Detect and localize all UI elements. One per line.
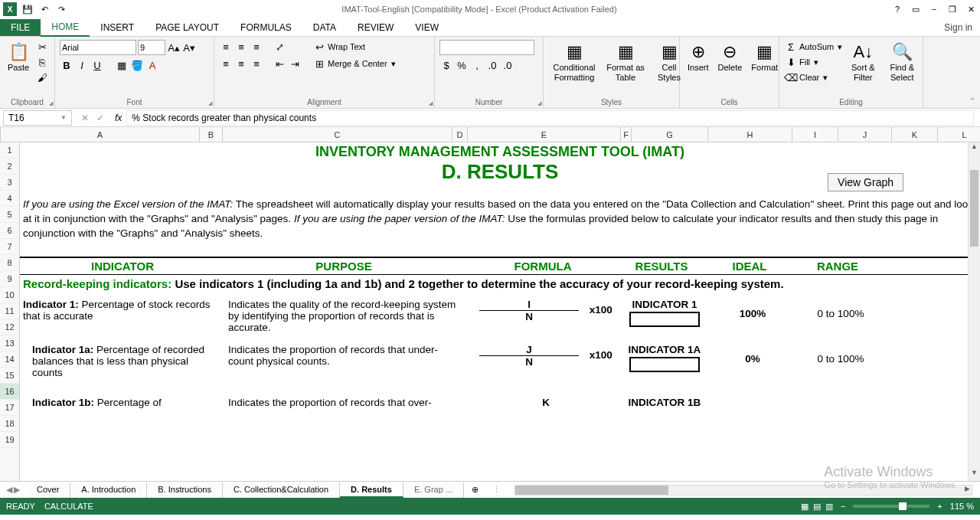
autosum-button[interactable]: ΣAutoSum ▾ <box>784 40 842 54</box>
align-top-icon[interactable]: ≡ <box>219 40 233 54</box>
row-header-13[interactable]: 13 <box>0 335 19 352</box>
font-name-select[interactable] <box>60 40 136 55</box>
border-button[interactable]: ▦ <box>115 58 129 72</box>
italic-button[interactable]: I <box>75 58 89 72</box>
percent-format-icon[interactable]: % <box>455 58 469 72</box>
row-header-5[interactable]: 5 <box>0 207 19 223</box>
normal-view-icon[interactable]: ▦ <box>801 502 808 512</box>
zoom-out-icon[interactable]: − <box>841 502 845 511</box>
col-header-H[interactable]: H <box>708 127 792 142</box>
col-header-I[interactable]: I <box>792 127 838 142</box>
row-header-9[interactable]: 9 <box>0 271 19 287</box>
bold-button[interactable]: B <box>60 58 74 72</box>
page-layout-view-icon[interactable]: ▤ <box>813 502 821 512</box>
tab-insert[interactable]: INSERT <box>90 19 145 36</box>
orientation-icon[interactable]: ⤢ <box>273 40 286 54</box>
row-header-3[interactable]: 3 <box>0 175 19 191</box>
row-header-19[interactable]: 19 <box>0 432 19 448</box>
redo-icon[interactable]: ↷ <box>55 3 67 15</box>
align-middle-icon[interactable]: ≡ <box>234 40 248 54</box>
view-graph-button[interactable]: View Graph <box>828 173 903 191</box>
row-header-4[interactable]: 4 <box>0 191 19 207</box>
align-right-icon[interactable]: ≡ <box>250 57 263 70</box>
col-header-D[interactable]: D <box>452 127 468 142</box>
row-header-17[interactable]: 17 <box>0 400 19 416</box>
accept-formula-icon[interactable]: ✓ <box>96 113 104 123</box>
cells-area[interactable]: INVENTORY MANAGEMENT ASSESSMENT TOOL (IM… <box>20 142 980 481</box>
increase-decimal-icon[interactable]: .0 <box>485 58 499 72</box>
paste-button[interactable]: 📋 Paste <box>5 40 32 74</box>
col-header-J[interactable]: J <box>838 127 892 142</box>
font-size-select[interactable] <box>138 40 165 55</box>
formula-bar[interactable]: % Stock records greater than physical co… <box>126 110 974 126</box>
fill-button[interactable]: ⬇Fill ▾ <box>784 55 842 69</box>
sheet-tab-2[interactable]: B. Instructions <box>147 482 223 498</box>
sort-filter-button[interactable]: A↓Sort & Filter <box>845 40 880 84</box>
align-bottom-icon[interactable]: ≡ <box>250 40 263 54</box>
name-box[interactable]: T16 ▼ <box>3 110 72 126</box>
row-header-2[interactable]: 2 <box>0 159 19 175</box>
fx-icon[interactable]: fx <box>110 113 126 123</box>
row-header-6[interactable]: 6 <box>0 223 19 239</box>
decrease-decimal-icon[interactable]: .0 <box>501 58 514 72</box>
sheet-tab-4[interactable]: D. Results <box>340 482 403 498</box>
cancel-formula-icon[interactable]: ✕ <box>81 113 89 123</box>
row-header-15[interactable]: 15 <box>0 368 19 384</box>
sign-in-link[interactable]: Sign in <box>944 22 980 33</box>
row-header-1[interactable]: 1 <box>0 142 19 159</box>
row-header-8[interactable]: 8 <box>0 255 19 271</box>
collapse-ribbon-icon[interactable]: ⌃ <box>969 96 975 105</box>
col-header-F[interactable]: F <box>621 127 632 142</box>
col-header-B[interactable]: B <box>200 127 223 142</box>
sheet-tab-0[interactable]: Cover <box>26 482 70 498</box>
format-button[interactable]: ▦Format <box>748 40 781 74</box>
close-icon[interactable]: ✕ <box>965 3 977 15</box>
help-icon[interactable]: ? <box>891 3 903 15</box>
cut-icon[interactable]: ✂ <box>35 40 49 54</box>
row-header-12[interactable]: 12 <box>0 319 19 335</box>
number-format-select[interactable] <box>439 40 534 55</box>
row-header-18[interactable]: 18 <box>0 416 19 432</box>
row-header-14[interactable]: 14 <box>0 352 19 368</box>
tab-file[interactable]: FILE <box>0 19 41 36</box>
tab-pagelayout[interactable]: PAGE LAYOUT <box>145 19 230 36</box>
row-header-7[interactable]: 7 <box>0 239 19 255</box>
format-painter-icon[interactable]: 🖌 <box>35 70 49 84</box>
align-center-icon[interactable]: ≡ <box>234 57 248 70</box>
col-header-G[interactable]: G <box>632 127 708 142</box>
ribbon-options-icon[interactable]: ▭ <box>910 3 922 15</box>
find-select-button[interactable]: 🔍Find & Select <box>884 40 920 84</box>
tab-view[interactable]: VIEW <box>404 19 449 36</box>
decrease-font-icon[interactable]: A▾ <box>182 41 196 54</box>
restore-icon[interactable]: ❐ <box>946 3 959 15</box>
tab-review[interactable]: REVIEW <box>347 19 404 36</box>
insert-button[interactable]: ⊕Insert <box>684 40 712 74</box>
font-launcher-icon[interactable]: ◢ <box>208 100 212 106</box>
align-left-icon[interactable]: ≡ <box>219 57 233 70</box>
zoom-slider[interactable] <box>853 505 929 508</box>
col-header-K[interactable]: K <box>892 127 938 142</box>
alignment-launcher-icon[interactable]: ◢ <box>429 100 433 106</box>
wrap-text-button[interactable]: ↩Wrap Text <box>312 40 396 54</box>
sheet-tab-1[interactable]: A. Introduction <box>70 482 147 498</box>
col-header-C[interactable]: C <box>223 127 452 142</box>
row-header-16[interactable]: 16 <box>0 384 19 400</box>
horizontal-scrollbar[interactable]: ◀ ▶ <box>514 485 972 495</box>
row-header-11[interactable]: 11 <box>0 303 19 319</box>
conditional-formatting-button[interactable]: ▦Conditional Formatting <box>548 40 600 84</box>
font-color-button[interactable]: A <box>145 58 159 72</box>
page-break-view-icon[interactable]: ▥ <box>825 502 833 512</box>
tab-data[interactable]: DATA <box>302 19 347 36</box>
app-icon[interactable]: X <box>3 2 17 16</box>
col-header-E[interactable]: E <box>468 127 621 142</box>
number-launcher-icon[interactable]: ◢ <box>537 100 541 106</box>
increase-indent-icon[interactable]: ⇥ <box>288 57 302 70</box>
row-header-10[interactable]: 10 <box>0 287 19 303</box>
undo-icon[interactable]: ↶ <box>38 3 51 15</box>
save-icon[interactable]: 💾 <box>21 3 34 15</box>
sheet-tab-3[interactable]: C. Collection&Calculation <box>223 482 340 498</box>
copy-icon[interactable]: ⎘ <box>35 55 49 69</box>
underline-button[interactable]: U <box>90 58 104 72</box>
zoom-in-icon[interactable]: + <box>937 502 942 511</box>
sheet-tab-5[interactable]: E. Grap ... <box>403 482 464 498</box>
